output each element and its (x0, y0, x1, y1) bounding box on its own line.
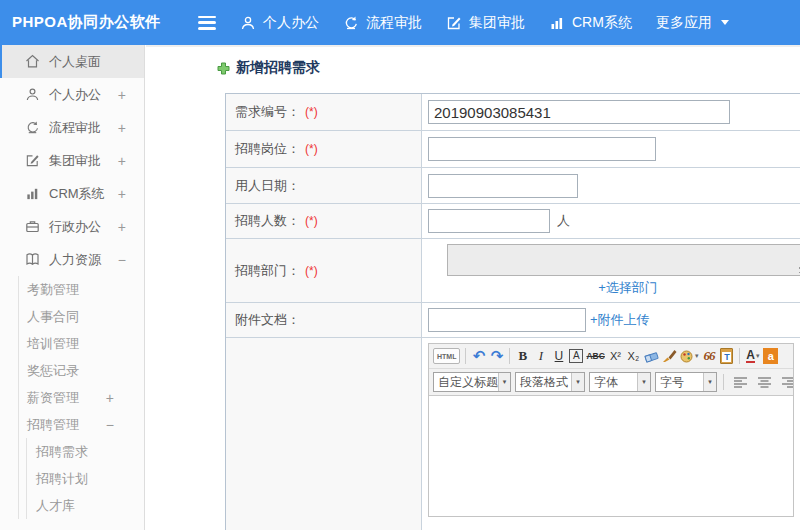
sidebar-subitem-label: 考勤管理 (27, 281, 79, 299)
html-source-button[interactable]: HTML (433, 348, 460, 364)
font-color-button[interactable]: A ▾ (745, 347, 760, 365)
select-department-link[interactable]: +选择部门 (598, 279, 658, 297)
sidebar-item-crm[interactable]: CRM系统 + (0, 177, 144, 210)
editor-toolbar-row2: 自定义标题 ▾ 段落格式 ▾ 字体 ▾ 字号 ▾ (429, 369, 793, 396)
editor-toolbar-row1: HTML ↶ ↷ B I U A ABC X² X₂ (429, 344, 793, 369)
expand-toggle-icon[interactable]: − (106, 417, 114, 433)
color-palette-icon[interactable]: ▾ (680, 347, 699, 365)
sidebar-item-label: 行政办公 (49, 218, 101, 236)
form-row-position: 招聘岗位： (*) (226, 131, 800, 168)
topnav-label: 集团审批 (469, 14, 525, 32)
recruitment-submenu: 招聘需求 招聘计划 人才库 (26, 438, 144, 519)
field-label: 招聘部门： (235, 262, 300, 280)
expand-toggle-icon[interactable]: + (118, 120, 126, 136)
chart-icon (549, 15, 565, 31)
sidebar-subitem-label: 人才库 (36, 497, 75, 515)
attachment-input[interactable] (428, 308, 586, 332)
format-brush-icon[interactable] (662, 347, 677, 365)
expand-toggle-icon[interactable]: + (118, 87, 126, 103)
field-value-cell: 人 (422, 204, 800, 238)
sidebar-subitem-label: 招聘计划 (36, 470, 88, 488)
demand-number-input[interactable] (428, 100, 730, 124)
attachment-upload-link[interactable]: +附件上传 (590, 311, 650, 329)
editor-content-area[interactable] (429, 396, 793, 516)
home-icon (25, 54, 40, 69)
field-value-cell (422, 168, 800, 203)
menu-toggle-icon[interactable] (198, 16, 216, 30)
expand-toggle-icon[interactable]: + (118, 153, 126, 169)
expand-toggle-icon[interactable]: + (106, 390, 114, 406)
field-value-cell: +附件上传 (422, 303, 800, 337)
sidebar-subitem-talent-pool[interactable]: 人才库 (27, 492, 144, 519)
field-label-cell: 招聘部门： (*) (226, 239, 422, 302)
undo-icon[interactable]: ↶ (471, 347, 486, 365)
paste-icon[interactable]: T (719, 347, 734, 365)
sidebar-item-group-approval[interactable]: 集团审批 + (0, 144, 144, 177)
topnav-item-workflow-approval[interactable]: 流程审批 (343, 14, 422, 32)
font-style-button[interactable]: A (569, 349, 583, 363)
topnav-item-personal-office[interactable]: 个人办公 (240, 14, 319, 32)
sidebar-subitem-recruit-plan[interactable]: 招聘计划 (27, 465, 144, 492)
toolbar-separator (465, 348, 466, 364)
font-family-dropdown[interactable]: 字体 ▾ (589, 372, 651, 392)
background-color-button[interactable]: a (763, 348, 778, 364)
page-title-row: 新增招聘需求 (217, 59, 320, 77)
caret-down-icon: ▾ (571, 373, 584, 391)
field-label: 附件文档： (235, 311, 300, 329)
align-right-icon[interactable] (778, 373, 793, 391)
form-row-demand-number: 需求编号： (*) (226, 94, 800, 131)
topnav-label: CRM系统 (572, 14, 632, 32)
sidebar-item-workflow-approval[interactable]: 流程审批 + (0, 111, 144, 144)
book-icon (25, 252, 40, 267)
underline-button[interactable]: U (551, 347, 566, 365)
bold-button[interactable]: B (515, 347, 530, 365)
expand-toggle-icon[interactable]: − (118, 252, 126, 268)
field-value-cell (422, 131, 800, 167)
topnav-item-crm[interactable]: CRM系统 (549, 14, 632, 32)
sidebar-item-human-resources[interactable]: 人力资源 − (0, 243, 144, 276)
expand-toggle-icon[interactable]: + (118, 186, 126, 202)
align-center-icon[interactable] (754, 373, 774, 391)
paragraph-format-dropdown[interactable]: 段落格式 ▾ (515, 372, 585, 392)
form-row-attachment: 附件文档： +附件上传 (226, 303, 800, 338)
toolbar-separator (723, 374, 724, 390)
redo-icon[interactable]: ↷ (489, 347, 504, 365)
caret-down-icon: ▾ (756, 352, 760, 360)
blockquote-button[interactable]: 66 (701, 347, 716, 365)
sidebar-subitem-attendance[interactable]: 考勤管理 (19, 276, 144, 303)
required-mark: (*) (305, 105, 318, 119)
sidebar: 个人桌面 个人办公 + 流程审批 + 集团审批 + CRM系统 (0, 45, 145, 530)
headcount-input[interactable] (428, 209, 550, 233)
strikethrough-button[interactable]: ABC (586, 347, 604, 365)
sidebar-item-label: 集团审批 (49, 152, 101, 170)
flow-icon (25, 120, 40, 135)
sidebar-subitem-salary[interactable]: 薪资管理 + (19, 384, 144, 411)
sidebar-subitem-rewards[interactable]: 奖惩记录 (19, 357, 144, 384)
sidebar-subitem-recruit-demand[interactable]: 招聘需求 (27, 438, 144, 465)
field-value-cell: +选择部门 (422, 239, 800, 302)
italic-button[interactable]: I (533, 347, 548, 365)
department-textarea[interactable] (447, 244, 800, 276)
sidebar-item-label: 流程审批 (49, 119, 101, 137)
sidebar-item-admin-office[interactable]: 行政办公 + (0, 210, 144, 243)
font-size-dropdown[interactable]: 字号 ▾ (655, 372, 717, 392)
sidebar-subitem-recruitment[interactable]: 招聘管理 − (19, 411, 144, 438)
topnav-label: 更多应用 (656, 14, 712, 32)
superscript-button[interactable]: X² (608, 347, 623, 365)
subscript-button[interactable]: X₂ (626, 347, 641, 365)
expand-toggle-icon[interactable]: + (118, 219, 126, 235)
recruit-position-input[interactable] (428, 137, 656, 161)
align-left-icon[interactable] (730, 373, 750, 391)
sidebar-subitem-hr-contract[interactable]: 人事合同 (19, 303, 144, 330)
sidebar-item-personal-office[interactable]: 个人办公 + (0, 78, 144, 111)
sidebar-subitem-training[interactable]: 培训管理 (19, 330, 144, 357)
sidebar-item-personal-desktop[interactable]: 个人桌面 (0, 45, 144, 78)
field-label-cell: 招聘岗位： (*) (226, 131, 422, 167)
topnav-item-group-approval[interactable]: 集团审批 (446, 14, 525, 32)
sidebar-item-label: 个人桌面 (49, 53, 101, 71)
custom-title-dropdown[interactable]: 自定义标题 ▾ (433, 372, 511, 392)
hire-date-input[interactable] (428, 174, 578, 198)
eraser-icon[interactable] (644, 347, 659, 365)
topnav-item-more-apps[interactable]: 更多应用 (656, 14, 729, 32)
topnav-label: 个人办公 (263, 14, 319, 32)
